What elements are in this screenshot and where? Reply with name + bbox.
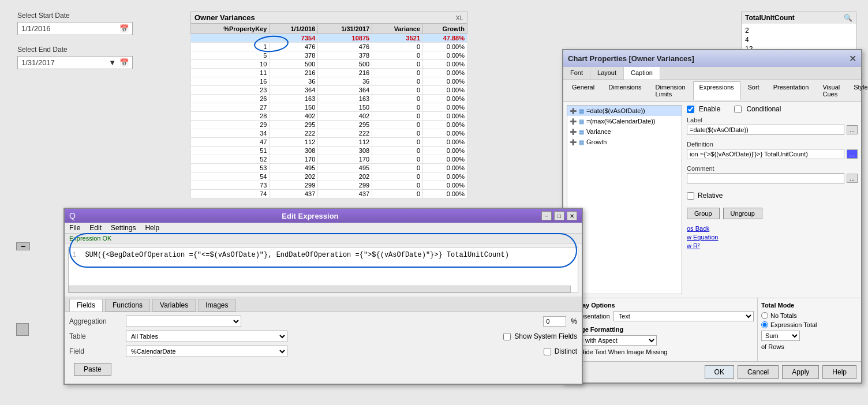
expr-icon-3: ▦ xyxy=(579,129,584,135)
ov-col-key: %PropertyKey xyxy=(191,24,270,34)
hide-text-row: Hide Text When Image Missing xyxy=(570,348,750,355)
distinct-row: Distinct xyxy=(544,347,577,355)
ov-col-variance: Variance xyxy=(372,24,423,34)
relative-checkbox[interactable] xyxy=(687,192,694,200)
ov-col-end: 1/31/2017 xyxy=(318,24,372,34)
search-icon[interactable]: 🔍 xyxy=(844,14,852,22)
cp-expression-list: ➕ ▦ =date($(vAsOfDate)) ➕ ▦ =(max(%Calen… xyxy=(567,105,682,294)
aggregation-num-input[interactable] xyxy=(543,316,566,327)
cancel-button[interactable]: Cancel xyxy=(738,365,779,379)
tuc-header: TotalUnitCount 🔍 xyxy=(742,12,856,24)
calendar-icon-end[interactable]: 📅 xyxy=(119,58,129,67)
menu-edit[interactable]: Edit xyxy=(89,224,102,232)
expr-total-label: Expression Total xyxy=(770,321,817,328)
ee-tab-fields[interactable]: Fields xyxy=(69,299,103,312)
field-select[interactable]: %CalendarDate xyxy=(126,346,287,357)
definition-dots-button[interactable]: ... xyxy=(847,149,858,159)
ov-row: 2715015000.00% xyxy=(191,103,467,112)
subtab-visual-cues[interactable]: Visual Cues xyxy=(816,81,846,100)
subtab-sort[interactable]: Sort xyxy=(742,81,766,100)
maximize-button[interactable]: □ xyxy=(554,211,564,220)
distinct-label: Distinct xyxy=(555,347,577,355)
group-button[interactable]: Group xyxy=(687,208,720,219)
show-equation-link[interactable]: w Equation xyxy=(687,234,858,241)
no-totals-radio[interactable] xyxy=(761,312,768,319)
comment-input[interactable] xyxy=(687,173,844,183)
definition-input[interactable] xyxy=(687,149,844,159)
ov-header-row: %PropertyKey 1/1/2016 1/31/2017 Variance… xyxy=(191,24,467,34)
ok-button[interactable]: OK xyxy=(705,365,734,379)
horizontal-scrollbar[interactable] xyxy=(69,286,571,292)
ee-tab-variables[interactable]: Variables xyxy=(152,299,196,312)
label-input[interactable] xyxy=(687,125,844,135)
expr-row-1[interactable]: ➕ ▦ =date($(vAsOfDate)) xyxy=(567,106,682,116)
sum-select[interactable]: Sum Average Count xyxy=(761,331,800,341)
ee-fields-panel: Aggregation % Table All Tables Show Syst… xyxy=(65,312,582,384)
start-date-value[interactable]: 1/1/2016 📅 xyxy=(17,22,133,35)
subtab-general[interactable]: General xyxy=(566,81,601,100)
paste-button[interactable]: Paste xyxy=(74,363,111,376)
comment-dots-button[interactable]: ... xyxy=(847,174,858,183)
close-icon[interactable]: ✕ xyxy=(849,53,856,64)
minus-button-left[interactable]: − xyxy=(16,242,30,250)
minimize-button[interactable]: − xyxy=(541,211,552,220)
conditional-checkbox[interactable] xyxy=(734,106,742,113)
ee-line-num: 1 xyxy=(72,251,76,259)
show-system-checkbox[interactable] xyxy=(503,333,511,340)
representation-select[interactable]: Text Image Gauge Mini Chart xyxy=(613,311,754,321)
menu-file[interactable]: File xyxy=(69,224,80,232)
tab-caption[interactable]: Caption xyxy=(624,67,660,80)
distinct-checkbox[interactable] xyxy=(544,348,551,355)
table-select[interactable]: All Tables xyxy=(126,331,287,342)
subtab-dimensions[interactable]: Dimensions xyxy=(602,81,648,100)
image-formatting-select[interactable]: Fill with Aspect No Stretch Always Fill xyxy=(570,335,657,346)
ee-tab-images[interactable]: Images xyxy=(198,299,235,312)
show-r2-link[interactable]: w R² xyxy=(687,242,858,249)
subtab-style[interactable]: Style xyxy=(847,81,868,100)
close-button[interactable]: ✕ xyxy=(567,211,577,220)
show-back-link[interactable]: os Back xyxy=(687,225,858,232)
help-button[interactable]: Help xyxy=(822,365,856,379)
subtab-expressions[interactable]: Expressions xyxy=(693,81,740,100)
ov-row: 1050050000.00% xyxy=(191,60,467,69)
ee-tab-functions[interactable]: Functions xyxy=(105,299,150,312)
apply-button[interactable]: Apply xyxy=(782,365,819,379)
subtab-dim-limits[interactable]: Dimension Limits xyxy=(649,81,692,100)
aggregation-select[interactable] xyxy=(126,316,241,327)
expr-label-4: Growth xyxy=(586,138,607,145)
expr-row-2[interactable]: ➕ ▦ =(max(%CalendarDate)) xyxy=(567,116,682,126)
ee-title: Edit Expression xyxy=(282,212,338,220)
table-label: Table xyxy=(69,332,121,340)
end-date-value[interactable]: 1/31/2017 ▼ 📅 xyxy=(17,56,133,69)
dropdown-icon[interactable]: ▼ xyxy=(108,58,116,67)
ov-row: 5349549500.00% xyxy=(191,164,467,172)
label-field-label: Label xyxy=(687,117,858,123)
display-options-section: Display Options Representation Text Imag… xyxy=(563,298,757,361)
ee-editor[interactable]: 1 SUM({<BegDateOfOperation ={"<=$(vAsOfD… xyxy=(68,247,578,293)
ungroup-button[interactable]: Ungroup xyxy=(723,208,762,219)
label-dots-button[interactable]: ... xyxy=(847,125,858,134)
cp-body: ➕ ▦ =date($(vAsOfDate)) ➕ ▦ =(max(%Calen… xyxy=(563,102,861,298)
expr-icon-2: ▦ xyxy=(579,118,584,125)
enable-checkbox[interactable] xyxy=(687,106,694,113)
ov-row: 7443743700.00% xyxy=(191,190,467,198)
menu-settings[interactable]: Settings xyxy=(111,224,136,232)
subtab-presentation[interactable]: Presentation xyxy=(767,81,815,100)
ee-titlebar: Q Edit Expression − □ ✕ xyxy=(65,209,582,223)
expr-row-3[interactable]: ➕ ▦ Variance xyxy=(567,126,682,137)
owner-variances-panel: Owner Variances XL %PropertyKey 1/1/2016… xyxy=(190,12,467,198)
ov-row: 537837800.00% xyxy=(191,51,467,60)
ov-row: 2616316300.00% xyxy=(191,95,467,103)
calendar-icon[interactable]: 📅 xyxy=(119,24,129,33)
menu-help[interactable]: Help xyxy=(145,224,159,232)
enable-label: Enable xyxy=(699,105,720,113)
expr-total-row: Expression Total xyxy=(761,321,858,328)
expr-row-4[interactable]: ➕ ▦ Growth xyxy=(567,137,682,147)
tab-layout[interactable]: Layout xyxy=(590,67,624,80)
field-label: Field xyxy=(69,347,121,355)
definition-field-label: Definition xyxy=(687,141,858,148)
expr-total-radio[interactable] xyxy=(761,321,768,328)
ov-row: 147647600.00% xyxy=(191,43,467,51)
tab-font[interactable]: Font xyxy=(563,67,590,80)
qlik-icon: Q xyxy=(69,211,76,220)
